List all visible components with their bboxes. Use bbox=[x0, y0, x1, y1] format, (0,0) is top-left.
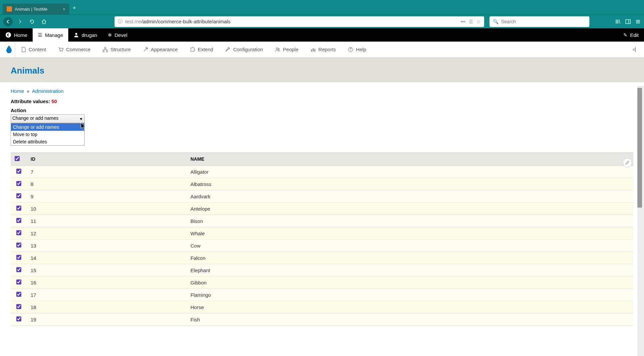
forward-button[interactable] bbox=[15, 17, 25, 26]
attribute-count: 50 bbox=[52, 98, 57, 104]
svg-point-3 bbox=[75, 33, 77, 35]
search-bar[interactable]: 🔍 bbox=[489, 16, 589, 27]
tab-close-button[interactable]: × bbox=[63, 7, 65, 12]
contextual-edit-button[interactable] bbox=[623, 158, 632, 167]
search-icon: 🔍 bbox=[493, 19, 498, 24]
sidebar-icon[interactable] bbox=[625, 19, 631, 24]
row-checkbox[interactable] bbox=[16, 169, 21, 174]
row-id: 12 bbox=[27, 227, 186, 240]
table-row: 19Fish bbox=[11, 313, 633, 326]
action-select-wrapper: Change or add names ▾ Change or add name… bbox=[11, 114, 85, 123]
row-name: Bison bbox=[186, 215, 633, 227]
reload-button[interactable] bbox=[27, 17, 37, 26]
menu-content-label: Content bbox=[29, 47, 46, 52]
row-name: Alligator bbox=[186, 166, 633, 178]
hamburger-icon: ☰ bbox=[38, 32, 42, 38]
menu-reports-label: Reports bbox=[318, 47, 336, 52]
new-tab-button[interactable]: + bbox=[69, 2, 80, 14]
row-checkbox[interactable] bbox=[16, 230, 21, 235]
menu-extend[interactable]: Extend bbox=[184, 42, 219, 58]
info-icon[interactable]: ⓘ bbox=[118, 19, 123, 25]
menu-icon[interactable] bbox=[635, 19, 641, 24]
page-content: Animals Home » Administration Attribute … bbox=[0, 58, 644, 356]
row-id: 7 bbox=[27, 166, 186, 178]
toolbar-user-label: drugan bbox=[82, 32, 97, 38]
data-table: ID NAME 7Alligator8Albatross9Aardvark10A… bbox=[11, 152, 633, 326]
menu-reports[interactable]: Reports bbox=[304, 42, 342, 58]
breadcrumb-home[interactable]: Home bbox=[11, 88, 24, 94]
toolbar-devel[interactable]: ✲ Devel bbox=[103, 28, 133, 42]
menu-help[interactable]: Help bbox=[342, 42, 372, 58]
chart-icon bbox=[310, 47, 316, 52]
svg-rect-8 bbox=[106, 51, 108, 52]
row-checkbox[interactable] bbox=[16, 255, 21, 260]
select-all-checkbox[interactable] bbox=[15, 156, 20, 161]
row-id: 18 bbox=[27, 301, 186, 313]
menu-appearance[interactable]: Appearance bbox=[137, 42, 184, 58]
menu-people[interactable]: People bbox=[269, 42, 305, 58]
table-row: 14Falcon bbox=[11, 252, 633, 264]
row-checkbox[interactable] bbox=[16, 243, 21, 248]
menu-configuration[interactable]: Configuration bbox=[219, 42, 269, 58]
url-bar[interactable]: ⓘ test.me/admin/commerce-bulk-attribute/… bbox=[115, 16, 484, 27]
search-input[interactable] bbox=[501, 19, 586, 24]
toolbar-devel-label: Devel bbox=[115, 32, 127, 38]
menu-content[interactable]: Content bbox=[15, 42, 52, 58]
toolbar-edit-label: Edit bbox=[630, 32, 639, 38]
column-name-header[interactable]: NAME bbox=[186, 153, 633, 166]
row-checkbox[interactable] bbox=[16, 292, 21, 297]
action-select-value: Change or add names bbox=[12, 115, 59, 121]
dropdown-option[interactable]: Move to top bbox=[11, 131, 84, 138]
table-row: 15Elephant bbox=[11, 264, 633, 276]
back-button[interactable] bbox=[3, 17, 13, 26]
menu-commerce[interactable]: Commerce bbox=[52, 42, 97, 58]
menu-structure[interactable]: Structure bbox=[97, 42, 137, 58]
toolbar-manage[interactable]: ☰ Manage bbox=[33, 28, 68, 42]
cart-icon bbox=[58, 47, 64, 52]
breadcrumb-admin[interactable]: Administration bbox=[32, 88, 64, 94]
drupal-logo-icon[interactable] bbox=[3, 42, 15, 58]
home-button[interactable] bbox=[39, 17, 49, 26]
toolbar-edit[interactable]: ✎ Edit bbox=[618, 28, 644, 42]
chevron-left-icon bbox=[5, 32, 11, 38]
svg-rect-16 bbox=[635, 47, 636, 52]
row-checkbox[interactable] bbox=[16, 181, 21, 186]
toolbar-back-button[interactable]: Home bbox=[0, 28, 33, 42]
row-checkbox[interactable] bbox=[16, 218, 21, 223]
chevron-down-icon: ▾ bbox=[80, 116, 82, 121]
svg-point-10 bbox=[278, 48, 279, 50]
breadcrumb-separator: » bbox=[27, 88, 29, 94]
more-icon[interactable]: ••• bbox=[461, 19, 466, 24]
svg-rect-0 bbox=[626, 20, 630, 24]
toolbar-user[interactable]: drugan bbox=[68, 28, 103, 42]
row-checkbox-cell bbox=[11, 301, 27, 313]
table-row: 17Flamingo bbox=[11, 289, 633, 301]
row-name: Falcon bbox=[186, 252, 633, 264]
row-name: Aardvark bbox=[186, 190, 633, 203]
svg-point-9 bbox=[276, 48, 278, 49]
row-checkbox[interactable] bbox=[16, 193, 21, 198]
user-icon bbox=[74, 32, 79, 38]
dropdown-option[interactable]: Change or add names bbox=[11, 123, 84, 131]
row-name: Flamingo bbox=[186, 289, 633, 301]
row-checkbox[interactable] bbox=[16, 206, 21, 211]
star-icon[interactable]: ☆ bbox=[477, 19, 481, 24]
menu-collapse-button[interactable] bbox=[627, 47, 641, 52]
table-row: 12Whale bbox=[11, 227, 633, 240]
page-title: Animals bbox=[11, 66, 633, 76]
library-icon[interactable] bbox=[615, 19, 621, 24]
row-checkbox[interactable] bbox=[16, 267, 21, 272]
dropdown-option[interactable]: Delete attributes bbox=[11, 138, 84, 145]
row-checkbox[interactable] bbox=[16, 279, 21, 284]
row-name: Horse bbox=[186, 301, 633, 313]
column-id-header[interactable]: ID bbox=[27, 153, 186, 166]
table-row: 9Aardvark bbox=[11, 190, 633, 203]
row-id: 8 bbox=[27, 178, 186, 190]
file-icon bbox=[21, 47, 26, 52]
browser-tab[interactable]: Animals | TestMe × bbox=[3, 4, 69, 14]
row-checkbox[interactable] bbox=[16, 316, 21, 321]
action-select[interactable]: Change or add names ▾ bbox=[11, 114, 85, 123]
row-checkbox-cell bbox=[11, 252, 27, 264]
reader-icon[interactable]: ☰ bbox=[469, 19, 473, 24]
row-checkbox[interactable] bbox=[16, 304, 21, 309]
